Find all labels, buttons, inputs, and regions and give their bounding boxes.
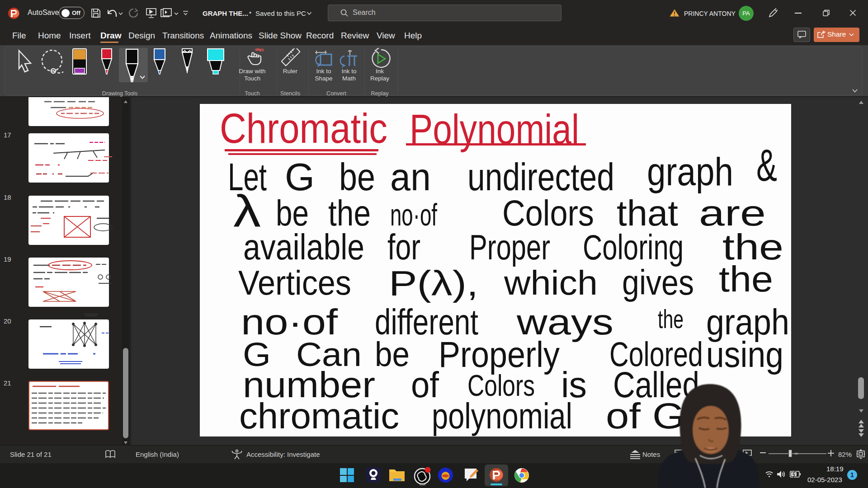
svg-text:Vertices: Vertices <box>238 263 351 302</box>
svg-text:G: G <box>285 155 315 198</box>
svg-text:the: the <box>719 259 773 299</box>
svg-text:Chromatic: Chromatic <box>220 105 387 151</box>
svg-text:undirected: undirected <box>467 155 614 198</box>
svg-text:chromatic: chromatic <box>239 396 399 436</box>
svg-text:available: available <box>243 227 364 267</box>
svg-text:for: for <box>387 227 420 267</box>
svg-text:be: be <box>339 155 375 198</box>
svg-text:the: the <box>658 304 684 333</box>
svg-text:gives: gives <box>622 263 694 302</box>
svg-text:Coloring: Coloring <box>583 227 684 267</box>
svg-text:an: an <box>390 155 431 198</box>
svg-text:which: which <box>504 263 598 302</box>
svg-text:&: & <box>756 140 777 190</box>
svg-text:polynomial: polynomial <box>432 396 572 436</box>
svg-text:be: be <box>375 335 410 373</box>
svg-text:Proper: Proper <box>469 227 550 267</box>
svg-text:of: of <box>606 396 641 436</box>
svg-text:graph: graph <box>647 149 733 194</box>
svg-text:using: using <box>706 334 783 375</box>
svg-text:P(λ),: P(λ), <box>389 263 478 303</box>
